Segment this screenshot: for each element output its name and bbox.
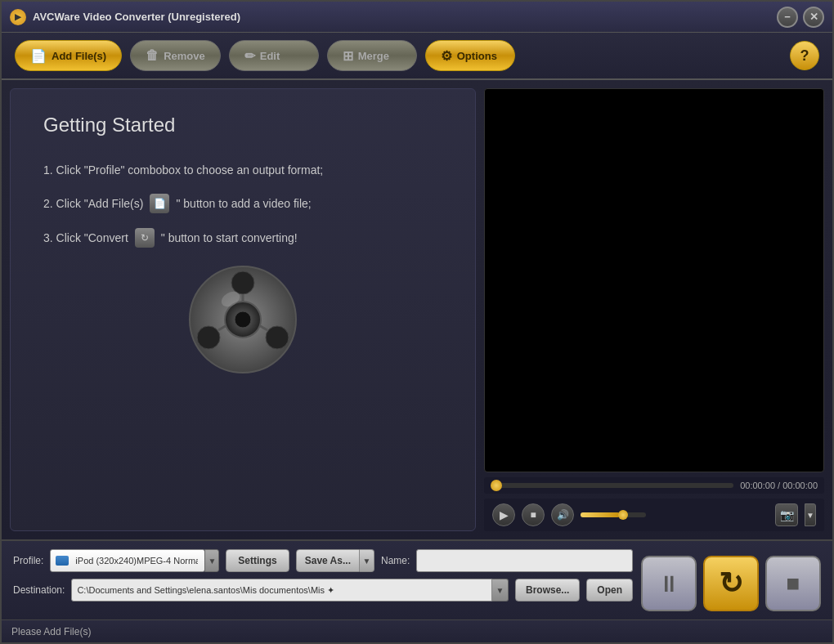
video-panel: 00:00:00 / 00:00:00 ▶ ■ 🔊 📷 ▼ (484, 88, 824, 531)
add-files-icon: 📄 (30, 48, 47, 64)
play-button[interactable]: ▶ (492, 503, 515, 526)
step-1: 1. Click "Profile" combobox to choose an… (43, 161, 442, 179)
film-reel-image (186, 262, 300, 377)
video-preview (484, 88, 824, 472)
convert-icon: ↻ (719, 566, 743, 601)
svg-point-1 (231, 271, 254, 294)
progress-thumb (491, 480, 502, 491)
app-window: ▶ AVCWare Video Converter (Unregistered)… (0, 0, 834, 644)
title-bar: ▶ AVCWare Video Converter (Unregistered)… (2, 2, 832, 33)
stop-icon: ■ (787, 570, 800, 597)
destination-row: Destination: C:\Documents and Settings\e… (13, 579, 633, 602)
profile-select-icon (56, 556, 69, 566)
app-icon: ▶ (10, 9, 26, 25)
video-progress-bar[interactable]: 00:00:00 / 00:00:00 (484, 477, 824, 494)
edit-label: Edit (260, 50, 280, 62)
destination-label: Destination: (13, 584, 65, 596)
add-files-button[interactable]: 📄 Add File(s) (15, 40, 122, 71)
film-reel-container (43, 262, 442, 377)
open-button[interactable]: Open (586, 579, 633, 602)
merge-label: Merge (358, 50, 389, 62)
name-label: Name: (381, 555, 410, 566)
status-bar: Please Add File(s) (2, 619, 832, 642)
volume-track[interactable] (581, 512, 646, 517)
svg-point-8 (235, 311, 251, 328)
saveas-button[interactable]: Save As... (296, 549, 360, 572)
close-button[interactable]: ✕ (803, 7, 824, 28)
saveas-arrow[interactable]: ▼ (360, 549, 374, 572)
status-text: Please Add File(s) (11, 626, 91, 637)
merge-button[interactable]: ⊞ Merge (327, 40, 417, 71)
remove-button[interactable]: 🗑 Remove (130, 40, 221, 71)
title-bar-controls: − ✕ (777, 7, 824, 28)
dest-selector: C:\Documents and Settings\elena.santos\M… (71, 579, 509, 602)
help-button[interactable]: ? (790, 41, 819, 70)
name-input[interactable] (416, 549, 633, 572)
screenshot-dropdown[interactable]: ▼ (805, 503, 816, 526)
settings-area: Profile: iPod (320x240)MPEG-4 Normal)...… (13, 549, 633, 602)
getting-started-panel: Getting Started 1. Click "Profile" combo… (10, 88, 476, 531)
volume-fill (581, 512, 620, 517)
remove-label: Remove (164, 50, 205, 62)
step-2: 2. Click "Add File(s) 📄 " button to add … (43, 194, 442, 213)
options-button[interactable]: ⚙ Options (425, 40, 515, 71)
svg-point-2 (266, 326, 289, 349)
profile-select-value: iPod (320x240)MPEG-4 Normal)... (75, 556, 198, 566)
merge-icon: ⊞ (343, 48, 353, 64)
step-3: 3. Click "Convert ↻ " button to start co… (43, 228, 442, 248)
add-files-label: Add File(s) (52, 50, 106, 62)
stop-convert-button[interactable]: ■ (765, 556, 821, 611)
dest-value: C:\Documents and Settings\elena.santos\M… (77, 585, 334, 596)
profile-label: Profile: (13, 555, 43, 566)
options-label: Options (457, 50, 497, 62)
convert-inline-icon: ↻ (135, 228, 155, 248)
screenshot-button[interactable]: 📷 (775, 503, 798, 526)
pause-icon: ⏸ (657, 570, 680, 597)
volume-thumb (618, 510, 628, 520)
volume-button[interactable]: 🔊 (551, 503, 574, 526)
profile-select[interactable]: iPod (320x240)MPEG-4 Normal)... (50, 549, 205, 572)
saveas-container: Save As... ▼ (296, 549, 374, 572)
svg-point-3 (197, 326, 220, 349)
progress-track[interactable] (491, 483, 733, 488)
profile-select-arrow[interactable]: ▼ (204, 549, 219, 572)
dest-dropdown-arrow[interactable]: ▼ (492, 579, 509, 602)
title-bar-text: AVCWare Video Converter (Unregistered) (33, 11, 777, 23)
stop-button[interactable]: ■ (522, 503, 545, 526)
bottom-panel: Profile: iPod (320x240)MPEG-4 Normal)...… (2, 539, 832, 619)
profile-row: Profile: iPod (320x240)MPEG-4 Normal)...… (13, 549, 633, 572)
minimize-button[interactable]: − (777, 7, 798, 28)
main-content: Getting Started 1. Click "Profile" combo… (2, 80, 832, 539)
time-display: 00:00:00 / 00:00:00 (740, 481, 818, 490)
remove-icon: 🗑 (146, 48, 159, 63)
edit-button[interactable]: ✏ Edit (229, 40, 319, 71)
convert-button[interactable]: ↻ (703, 556, 759, 611)
app-icon-symbol: ▶ (15, 12, 21, 21)
video-controls: ▶ ■ 🔊 📷 ▼ (484, 499, 824, 531)
convert-buttons: ⏸ ↻ ■ (641, 549, 821, 611)
getting-started-title: Getting Started (43, 114, 442, 136)
browse-button[interactable]: Browse... (515, 579, 580, 602)
add-files-inline-icon: 📄 (150, 194, 169, 213)
pause-button[interactable]: ⏸ (641, 556, 697, 611)
dest-input[interactable]: C:\Documents and Settings\elena.santos\M… (71, 579, 492, 602)
settings-button[interactable]: Settings (226, 549, 289, 572)
options-icon: ⚙ (441, 48, 452, 64)
profile-selector: iPod (320x240)MPEG-4 Normal)... ▼ (50, 549, 219, 572)
toolbar: 📄 Add File(s) 🗑 Remove ✏ Edit ⊞ Merge ⚙ … (2, 33, 832, 80)
edit-icon: ✏ (244, 48, 255, 64)
